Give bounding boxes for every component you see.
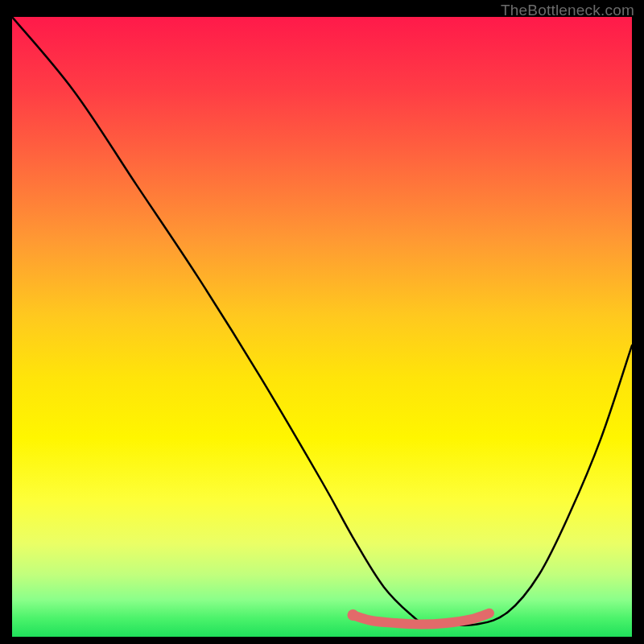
highlight-marker (348, 609, 359, 621)
highlight-curve (353, 613, 489, 625)
main-curve (12, 17, 632, 625)
curve-layer (12, 17, 632, 637)
plot-area (12, 17, 632, 637)
chart-stage: TheBottleneck.com (0, 0, 644, 644)
